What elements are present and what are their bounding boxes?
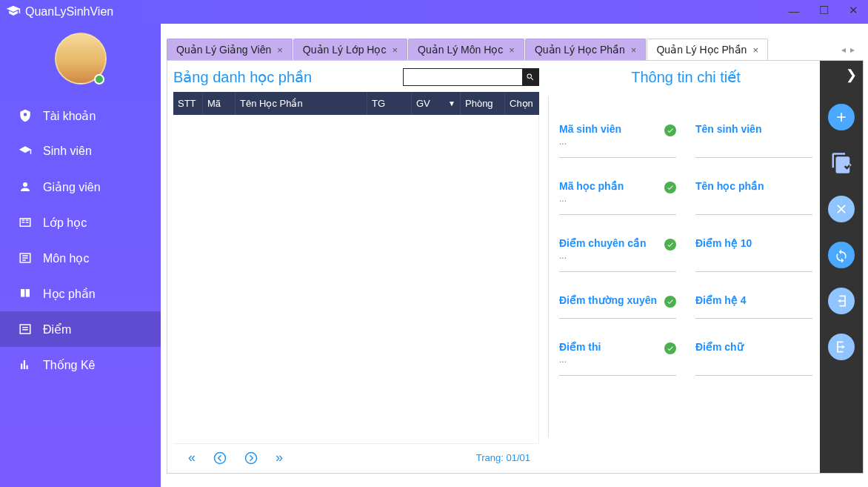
close-icon (834, 202, 849, 216)
tab-hocphan-1[interactable]: Quản Lý Học Phần× (525, 39, 647, 60)
column-phong[interactable]: Phòng (461, 92, 505, 115)
valid-check-icon (664, 296, 676, 308)
window-close-button[interactable]: ✕ (838, 0, 868, 21)
field-diem-thuong-xuyen: Điểm thường xuyên (559, 294, 676, 319)
sidebar-item-label: Học phần (43, 287, 96, 301)
pager-next-button[interactable] (244, 450, 258, 466)
class-icon (18, 215, 33, 230)
field-ten-hoc-phan: Tên học phần (695, 180, 812, 215)
action-rail: ❯ (820, 61, 863, 473)
tab-close-icon[interactable]: × (631, 44, 637, 56)
field-diem-he-10: Điểm hệ 10 (695, 237, 812, 272)
svg-point-0 (23, 182, 27, 187)
field-diem-he-4: Điểm hệ 4 (695, 294, 812, 319)
sidebar-item-label: Thống Kê (43, 358, 95, 372)
sidebar-item-label: Giảng viên (43, 180, 101, 194)
pager-first-button[interactable]: « (188, 450, 196, 466)
valid-check-icon (664, 342, 676, 354)
sidebar-item-giangvien[interactable]: Giảng viên (0, 169, 161, 205)
arrow-in-icon (834, 294, 849, 308)
column-chon[interactable]: Chọn (505, 92, 539, 115)
sidebar-item-thongke[interactable]: Thống Kê (0, 347, 161, 382)
detail-title: Thông tin chi tiết (559, 68, 812, 86)
plus-icon (834, 110, 849, 125)
field-ma-hoc-phan: Mã học phần ... (559, 180, 676, 215)
arrow-out-icon (834, 339, 849, 354)
search-box (403, 68, 539, 86)
column-ten[interactable]: Tên Học Phần (236, 92, 367, 115)
pager-info: Trang: 01/01 (476, 452, 536, 463)
chart-icon (18, 357, 33, 372)
search-icon (526, 73, 535, 82)
tab-monhoc[interactable]: Quản Lý Môn Học× (408, 39, 524, 60)
sidebar-item-lophoc[interactable]: Lớp học (0, 205, 161, 240)
tab-close-icon[interactable]: × (509, 44, 515, 56)
column-stt[interactable]: STT (173, 92, 203, 115)
sidebar-item-diem[interactable]: Điểm (0, 311, 161, 347)
subject-icon (18, 251, 33, 265)
grid-header: STT Mã Tên Học Phần TG GV▼ Phòng Chọn (173, 92, 539, 115)
teacher-icon (18, 179, 33, 194)
valid-check-icon (664, 125, 676, 136)
column-gv[interactable]: GV▼ (412, 92, 461, 115)
field-diem-thi: Điểm thi ... (559, 341, 676, 376)
tab-close-icon[interactable]: × (752, 44, 758, 56)
export-button[interactable] (828, 334, 855, 360)
tab-close-icon[interactable]: × (277, 44, 283, 56)
sort-desc-icon: ▼ (448, 99, 455, 107)
sidebar-item-sinhvien[interactable]: Sinh viên (0, 133, 161, 169)
pager-last-button[interactable]: » (276, 450, 283, 466)
column-ma[interactable]: Mã (203, 92, 236, 115)
search-button[interactable] (522, 69, 538, 85)
sidebar-item-hocphan[interactable]: Học phần (0, 276, 161, 311)
field-diem-chuyen-can: Điểm chuyên cần ... (559, 237, 676, 272)
column-tg[interactable]: TG (367, 92, 412, 115)
status-online-icon (94, 74, 104, 85)
shield-user-icon (18, 108, 33, 123)
svg-point-4 (246, 452, 257, 463)
tab-lophoc[interactable]: Quản Lý Lớp Học× (293, 39, 407, 60)
sidebar-item-label: Sinh viên (43, 145, 92, 158)
valid-check-icon (664, 239, 676, 251)
tab-giangvien[interactable]: Quản Lý Giảng Viên× (167, 39, 293, 60)
add-button[interactable] (828, 104, 855, 130)
field-ma-sinh-vien: Mã sinh viên ... (559, 123, 676, 158)
svg-point-3 (215, 452, 226, 463)
tab-close-icon[interactable]: × (392, 44, 398, 56)
sidebar-item-label: Môn học (43, 251, 89, 265)
sidebar-item-monhoc[interactable]: Môn học (0, 240, 161, 276)
field-diem-chu: Điểm chữ (695, 341, 812, 376)
rail-expand-button[interactable]: ❯ (840, 65, 863, 85)
import-button[interactable] (828, 288, 855, 314)
window-maximize-button[interactable]: ☐ (809, 0, 838, 21)
tab-hocphan-2[interactable]: Quản Lý Học Phần× (647, 39, 768, 60)
tabs: Quản Lý Giảng Viên× Quản Lý Lớp Học× Quả… (167, 39, 864, 61)
copy-edit-icon (830, 152, 852, 174)
sidebar-item-taikhoan[interactable]: Tài khoản (0, 98, 161, 133)
list-title: Bảng danh học phần (173, 68, 312, 86)
refresh-button[interactable] (828, 242, 855, 268)
refresh-icon (834, 248, 849, 262)
delete-button[interactable] (828, 196, 855, 222)
sidebar: Tài khoản Sinh viên Giảng viên Lớp học M… (0, 24, 161, 487)
sidebar-item-label: Điểm (43, 322, 71, 337)
field-ten-sinh-vien: Tên sinh viên (695, 123, 812, 158)
app-logo: QuanLySinhVien (6, 4, 113, 19)
tab-scroll-right-button[interactable]: ▸ (849, 44, 856, 55)
sidebar-item-label: Tài khoản (43, 109, 96, 123)
copy-edit-button[interactable] (828, 150, 855, 176)
score-icon (18, 322, 33, 337)
vertical-divider (548, 96, 549, 437)
app-title: QuanLySinhVien (25, 5, 113, 19)
grid-body (173, 115, 539, 443)
student-icon (18, 144, 33, 159)
valid-check-icon (664, 182, 676, 193)
sidebar-item-label: Lớp học (43, 216, 87, 230)
book-icon (18, 286, 33, 301)
search-input[interactable] (404, 69, 522, 85)
tab-scroll-left-button[interactable]: ◂ (840, 44, 847, 55)
pager-prev-button[interactable] (213, 450, 227, 466)
window-minimize-button[interactable]: — (779, 0, 809, 21)
